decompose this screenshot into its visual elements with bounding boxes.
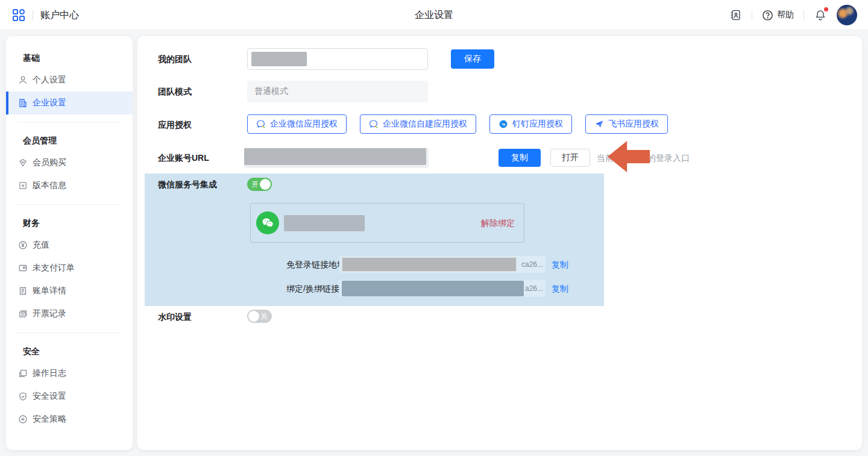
redacted-team-name [251, 52, 307, 66]
sidebar-item-label: 个人设置 [33, 75, 66, 86]
sidebar-item-invoice-records[interactable]: 开票记录 [6, 302, 133, 325]
building-icon [18, 98, 28, 108]
help-label: 帮助 [777, 10, 794, 20]
toggle-knob [248, 311, 259, 322]
wechat-integration-toggle[interactable]: 开 [247, 178, 272, 191]
contact-book-icon[interactable] [729, 8, 742, 22]
sidebar-item-version-info[interactable]: 版本信息 [6, 174, 133, 197]
save-button[interactable]: 保存 [451, 49, 494, 69]
sidebar-divider [17, 204, 122, 205]
header-divider [752, 10, 752, 20]
sidebar-item-recharge[interactable]: 充值 [6, 234, 133, 257]
user-icon [18, 75, 28, 85]
button-label: 钉钉应用授权 [512, 119, 563, 130]
sidebar-item-membership-purchase[interactable]: 会员购买 [6, 151, 133, 174]
sidebar-section-membership: 会员管理 [6, 130, 133, 151]
app-grid-logo-icon[interactable] [12, 8, 25, 22]
sidebar: 基础 个人设置 企业设置 会员管理 [6, 36, 133, 450]
page: 账户中心 企业设置 帮助 [0, 0, 868, 456]
dingtalk-icon [498, 119, 508, 129]
sidebar-section-basic: 基础 [6, 47, 133, 69]
diamond-icon [18, 158, 28, 167]
copy-url-button[interactable]: 复制 [498, 149, 541, 167]
sidebar-item-personal-settings[interactable]: 个人设置 [6, 69, 133, 92]
watermark-label: 水印设置 [158, 312, 192, 323]
team-mode-label: 团队模式 [158, 87, 192, 98]
invoice-doc-icon [18, 309, 28, 319]
login-free-link-label: 免登录链接地址 [286, 256, 345, 273]
team-mode-value: 普通模式 [247, 81, 428, 102]
login-free-link-value[interactable]: ca26... [339, 256, 546, 273]
shield-plus-icon [18, 414, 28, 424]
sidebar-item-label: 版本信息 [33, 180, 66, 191]
shield-check-icon [18, 392, 28, 401]
copy-bind-rebind-link[interactable]: 复制 [552, 280, 568, 297]
annotation-arrow-left-icon [608, 141, 650, 172]
sidebar-item-label: 充值 [33, 240, 49, 251]
sidebar-item-label: 账单详情 [33, 286, 66, 296]
sidebar-section-security: 安全 [6, 340, 133, 362]
enterprise-url-label: 企业账号URL [158, 153, 209, 164]
redacted-wechat-account-name [284, 215, 365, 231]
header-divider [33, 10, 33, 20]
sidebar-item-label: 开票记录 [33, 308, 66, 319]
link-suffix: ca26... [521, 260, 543, 269]
sidebar-item-unpaid-orders[interactable]: 未支付订单 [6, 257, 133, 280]
link-suffix: a26... [525, 284, 543, 293]
help-icon [762, 10, 773, 21]
sidebar-item-label: 会员购买 [33, 157, 66, 168]
bill-doc-icon [18, 286, 28, 296]
app-name: 账户中心 [40, 9, 79, 22]
header-divider [804, 10, 804, 20]
sidebar-item-label: 安全设置 [33, 391, 66, 402]
wechat-account-card: 解除绑定 [250, 203, 524, 243]
notification-badge [824, 7, 828, 11]
team-name-input[interactable] [247, 48, 428, 70]
unbind-link[interactable]: 解除绑定 [481, 218, 515, 229]
sidebar-item-label: 未支付订单 [33, 263, 75, 273]
redacted-login-free-link [342, 257, 517, 272]
version-doc-icon [18, 181, 28, 190]
feishu-icon [594, 119, 604, 129]
help-button[interactable]: 帮助 [762, 10, 794, 21]
sidebar-section-finance: 财务 [6, 212, 133, 234]
sidebar-item-label: 操作日志 [33, 368, 66, 379]
sidebar-item-security-policy[interactable]: 安全策略 [6, 408, 133, 431]
button-label: 飞书应用授权 [608, 119, 659, 130]
sidebar-item-security-settings[interactable]: 安全设置 [6, 385, 133, 408]
top-header: 账户中心 企业设置 帮助 [0, 0, 868, 30]
user-avatar[interactable] [837, 5, 857, 25]
sidebar-item-bill-details[interactable]: 账单详情 [6, 280, 133, 302]
wecom-icon [369, 119, 379, 129]
main-panel: 我的团队 保存 团队模式 普通模式 应用授权 企业微信应用授权 企 [137, 36, 862, 450]
sidebar-item-label: 企业设置 [33, 98, 66, 108]
sidebar-item-enterprise-settings[interactable]: 企业设置 [6, 92, 133, 114]
order-card-icon [18, 263, 28, 273]
wecom-auth-button[interactable]: 企业微信应用授权 [247, 114, 347, 134]
feishu-auth-button[interactable]: 飞书应用授权 [585, 114, 668, 134]
sidebar-divider [17, 333, 122, 333]
wechat-integration-section: 微信服务号集成 开 解除绑定 免登录链接地址 [145, 173, 604, 306]
app-auth-buttons: 企业微信应用授权 企业微信自建应用授权 钉钉应用授权 [247, 114, 668, 134]
watermark-toggle[interactable]: 关 [247, 310, 272, 323]
sidebar-item-operation-log[interactable]: 操作日志 [6, 362, 133, 385]
wecom-selfbuilt-auth-button[interactable]: 企业微信自建应用授权 [360, 114, 476, 134]
redacted-bind-rebind-link [342, 281, 524, 296]
button-label: 企业微信应用授权 [270, 119, 338, 130]
sidebar-item-label: 安全策略 [33, 414, 66, 425]
button-label: 企业微信自建应用授权 [383, 119, 467, 130]
open-url-button[interactable]: 打开 [550, 149, 590, 167]
copy-login-free-link[interactable]: 复制 [552, 256, 568, 273]
notification-bell-icon[interactable] [814, 8, 827, 22]
toggle-off-label: 关 [260, 312, 268, 320]
bind-rebind-link-value[interactable]: a26... [339, 280, 546, 297]
wechat-logo-icon [256, 211, 279, 234]
log-stack-icon [18, 369, 28, 378]
team-name-label: 我的团队 [158, 54, 192, 65]
coin-yuan-icon [18, 240, 28, 250]
enterprise-url-value[interactable] [244, 148, 429, 168]
redacted-enterprise-url [244, 148, 426, 165]
toggle-knob [260, 179, 271, 190]
dingtalk-auth-button[interactable]: 钉钉应用授权 [489, 114, 572, 134]
app-auth-label: 应用授权 [158, 120, 192, 131]
